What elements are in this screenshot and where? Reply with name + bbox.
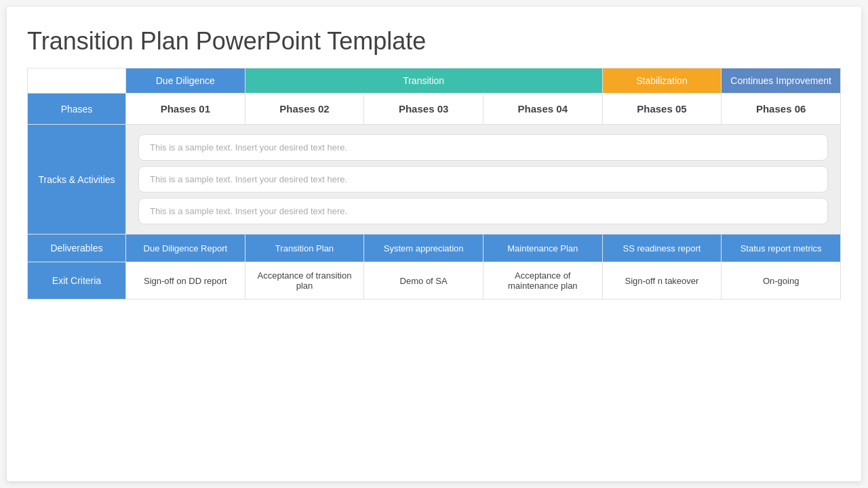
exit-criteria-3: Demo of SA xyxy=(364,262,484,300)
phase-04: Phases 04 xyxy=(483,94,602,125)
sample-text-2: This is a sample text. Insert your desir… xyxy=(138,166,828,192)
main-table: Due Diligence Transition Stabilization C… xyxy=(27,68,841,300)
sample-text-1: This is a sample text. Insert your desir… xyxy=(138,134,828,161)
deliverable-4: Maintenance Plan xyxy=(483,235,602,262)
sample-text-3: This is a sample text. Insert your desir… xyxy=(138,198,828,224)
deliverable-1: Due Diligence Report xyxy=(126,235,245,262)
phase-03: Phases 03 xyxy=(364,94,484,125)
exit-criteria-2: Acceptance of transition plan xyxy=(245,262,364,300)
tracks-label: Tracks & Activities xyxy=(28,125,126,235)
exit-criteria-4: Acceptance of maintenance plan xyxy=(483,262,602,300)
exit-criteria-label: Exit Criteria xyxy=(28,262,126,300)
slide: Transition Plan PowerPoint Template Due … xyxy=(7,7,861,481)
exit-criteria-5: Sign-off n takeover xyxy=(602,262,722,300)
phase-header-ci: Continues Improvement xyxy=(722,68,841,94)
deliverable-3: System appreciation xyxy=(364,235,484,262)
phase-06: Phases 06 xyxy=(722,94,841,125)
tracks-content: This is a sample text. Insert your desir… xyxy=(126,125,841,235)
deliverable-5: SS readiness report xyxy=(602,235,722,262)
deliverables-label: Deliverables xyxy=(28,235,126,262)
phase-05: Phases 05 xyxy=(602,94,722,125)
phase-01: Phases 01 xyxy=(126,94,245,125)
exit-criteria-1: Sign-off on DD report xyxy=(126,262,245,300)
phase-header-dd: Due Diligence xyxy=(126,68,245,94)
deliverable-2: Transition Plan xyxy=(245,235,364,262)
exit-criteria-6: On-going xyxy=(722,262,841,300)
phase-header-stabilization: Stabilization xyxy=(602,68,722,94)
deliverable-6: Status report metrics xyxy=(722,235,841,262)
slide-title: Transition Plan PowerPoint Template xyxy=(27,27,841,56)
phases-row-label: Phases xyxy=(28,94,126,125)
phase-header-transition: Transition xyxy=(245,68,602,94)
phase-02: Phases 02 xyxy=(245,94,364,125)
empty-header xyxy=(28,68,126,94)
